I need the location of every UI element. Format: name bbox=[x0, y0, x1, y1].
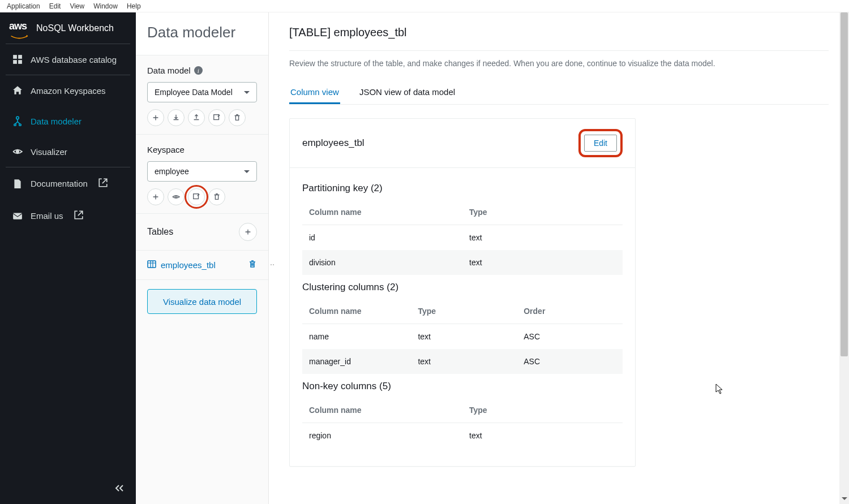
keyspace-select[interactable]: employee bbox=[147, 161, 257, 182]
view-keyspace-button[interactable] bbox=[168, 188, 185, 205]
menu-view[interactable]: View bbox=[65, 2, 89, 10]
svg-point-7 bbox=[16, 150, 19, 153]
svg-point-6 bbox=[19, 124, 21, 126]
add-keyspace-button[interactable] bbox=[147, 188, 164, 205]
table-row: manager_id text ASC bbox=[302, 349, 623, 374]
sidenav-header: aws NoSQL Workbench bbox=[0, 12, 136, 44]
svg-rect-2 bbox=[13, 60, 17, 64]
menubar[interactable]: Application Edit View Window Help bbox=[0, 0, 849, 12]
menu-help[interactable]: Help bbox=[122, 2, 145, 10]
table-row: id text bbox=[302, 225, 623, 251]
clustering-title: Clustering columns (2) bbox=[302, 282, 623, 293]
th-type: Type bbox=[462, 398, 623, 423]
nonkey-table: Column name Type region text bbox=[302, 398, 623, 448]
svg-rect-11 bbox=[194, 194, 199, 199]
edit-data-model-button[interactable] bbox=[208, 109, 225, 126]
sidenav-item-catalog[interactable]: AWS database catalog bbox=[0, 44, 136, 75]
sidenav-item-visualizer[interactable]: Visualizer bbox=[0, 136, 136, 167]
sidenav: aws NoSQL Workbench AWS database catalog… bbox=[0, 12, 136, 504]
scrollbar-thumb[interactable] bbox=[841, 12, 848, 356]
collapse-sidebar-icon[interactable] bbox=[114, 484, 125, 494]
menu-edit[interactable]: Edit bbox=[45, 2, 66, 10]
th-type: Type bbox=[411, 299, 517, 324]
th-column-name: Column name bbox=[302, 398, 462, 423]
partition-title: Partitioning key (2) bbox=[302, 183, 623, 194]
scroll-down-icon[interactable] bbox=[842, 497, 847, 503]
table-icon bbox=[147, 260, 156, 270]
scrollbar[interactable] bbox=[839, 12, 849, 504]
table-card: employees_tbl Edit Partitioning key (2) … bbox=[289, 118, 636, 467]
export-data-model-button[interactable] bbox=[188, 109, 205, 126]
cell-type: text bbox=[462, 250, 623, 275]
doc-icon bbox=[12, 179, 23, 189]
grid-icon bbox=[12, 54, 23, 64]
menu-application[interactable]: Application bbox=[2, 2, 45, 10]
svg-rect-1 bbox=[18, 55, 22, 59]
data-model-label: Data model i bbox=[147, 66, 257, 75]
delete-keyspace-button[interactable] bbox=[208, 188, 225, 205]
delete-table-button[interactable] bbox=[248, 260, 257, 270]
sidenav-item-data-modeler[interactable]: Data modeler bbox=[0, 106, 136, 136]
app-title: NoSQL Workbench bbox=[36, 23, 114, 33]
visualize-button[interactable]: Visualize data model bbox=[147, 289, 257, 314]
external-link-icon bbox=[74, 210, 84, 222]
keyspace-label: Keyspace bbox=[147, 145, 257, 154]
view-tabs: Column view JSON view of data model bbox=[289, 81, 829, 105]
cell-order: ASC bbox=[517, 324, 623, 350]
tab-json-view[interactable]: JSON view of data model bbox=[358, 81, 456, 104]
data-model-value: Employee Data Model bbox=[155, 88, 233, 97]
clustering-table: Column name Type Order name text ASC man… bbox=[302, 299, 623, 374]
svg-rect-9 bbox=[214, 115, 219, 120]
aws-smile-icon bbox=[9, 32, 29, 36]
sidenav-item-label: Email us bbox=[31, 211, 63, 221]
sidenav-item-label: Visualizer bbox=[31, 147, 67, 157]
tab-column-view[interactable]: Column view bbox=[289, 81, 340, 104]
nonkey-title: Non-key columns (5) bbox=[302, 381, 623, 392]
data-model-select[interactable]: Employee Data Model bbox=[147, 82, 257, 102]
cell-name: manager_id bbox=[302, 349, 411, 374]
resize-handle-icon[interactable]: ⋮ bbox=[269, 261, 275, 267]
data-model-label-text: Data model bbox=[147, 66, 191, 75]
edit-keyspace-button[interactable] bbox=[188, 188, 205, 205]
cell-name: division bbox=[302, 250, 462, 275]
import-data-model-button[interactable] bbox=[168, 109, 185, 126]
add-table-button[interactable] bbox=[239, 223, 257, 241]
mail-icon bbox=[12, 211, 23, 221]
menu-window[interactable]: Window bbox=[89, 2, 122, 10]
aws-logo-text: aws bbox=[9, 20, 29, 32]
partition-table: Column name Type id text division text bbox=[302, 200, 623, 275]
svg-rect-3 bbox=[18, 60, 22, 64]
aws-logo: aws bbox=[9, 20, 29, 36]
sidenav-item-label: Documentation bbox=[31, 179, 88, 188]
page-subtitle: Review the structure of the table, and m… bbox=[289, 59, 829, 68]
edit-table-button[interactable]: Edit bbox=[584, 135, 617, 152]
table-item-employees[interactable]: employees_tbl bbox=[136, 251, 268, 280]
home-icon bbox=[12, 85, 23, 96]
th-column-name: Column name bbox=[302, 200, 462, 225]
table-name: employees_tbl bbox=[161, 260, 216, 270]
cell-name: name bbox=[302, 324, 411, 350]
modeler-title: Data modeler bbox=[136, 12, 268, 55]
sidenav-item-keyspaces[interactable]: Amazon Keyspaces bbox=[0, 75, 136, 106]
modeler-panel: Data modeler Data model i Employee Data … bbox=[136, 12, 269, 504]
edit-keyspace-highlight bbox=[188, 188, 205, 205]
sidenav-item-documentation[interactable]: Documentation bbox=[0, 167, 136, 200]
cell-type: text bbox=[462, 225, 623, 251]
delete-data-model-button[interactable] bbox=[229, 109, 246, 126]
main-content: ⋮ [TABLE] employees_tbl Review the struc… bbox=[269, 12, 849, 504]
svg-rect-8 bbox=[13, 213, 22, 219]
tables-header: Tables bbox=[136, 214, 268, 251]
card-table-name: employees_tbl bbox=[302, 137, 365, 149]
table-row: division text bbox=[302, 250, 623, 275]
page-title: [TABLE] employees_tbl bbox=[289, 26, 829, 39]
svg-rect-12 bbox=[148, 261, 156, 268]
cell-name: id bbox=[302, 225, 462, 251]
th-type: Type bbox=[462, 200, 623, 225]
sidenav-item-email[interactable]: Email us bbox=[0, 200, 136, 232]
add-data-model-button[interactable] bbox=[147, 109, 164, 126]
info-icon[interactable]: i bbox=[194, 66, 203, 75]
cell-type: text bbox=[462, 423, 623, 449]
svg-point-10 bbox=[175, 196, 177, 198]
svg-rect-0 bbox=[13, 55, 17, 59]
table-row: name text ASC bbox=[302, 324, 623, 350]
